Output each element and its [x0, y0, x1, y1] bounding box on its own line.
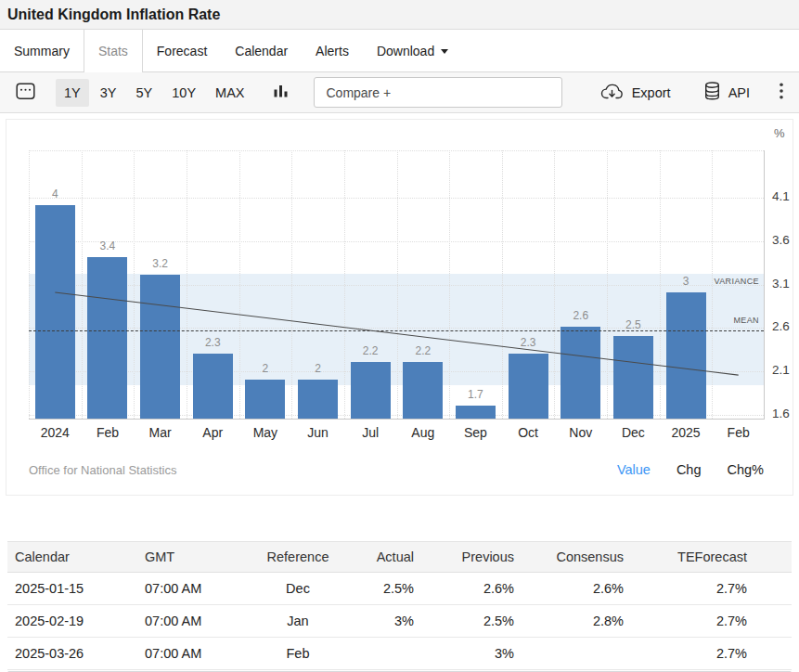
table-cell: 2.5% [349, 573, 423, 605]
page-header: United Kingdom Inflation Rate [0, 0, 799, 30]
table-cell: Jan [247, 605, 349, 638]
x-axis-label: Feb [82, 425, 135, 440]
tab-label: Download [377, 44, 434, 58]
x-axis-label: Mar [134, 425, 187, 440]
column-header-previous: Previous [423, 542, 523, 573]
tab-stats[interactable]: Stats [84, 30, 143, 72]
series-toggle-chgpct[interactable]: Chg% [728, 462, 765, 477]
x-axis-label: 2025 [660, 425, 713, 440]
table-row: 2025-01-1507:00 AMDec2.5%2.6%2.6%2.7% [7, 573, 792, 605]
table-cell: 07:00 AM [135, 638, 247, 670]
table-cell [349, 638, 423, 670]
column-header-actual: Actual [349, 542, 423, 573]
series-toggles: ValueChgChg% [617, 462, 764, 477]
variance-label: VARIANCE [714, 277, 759, 286]
tab-alerts[interactable]: Alerts [302, 30, 363, 71]
chart-footer: Office for National Statistics ValueChgC… [29, 462, 764, 477]
table-cell: 2025-02-19 [7, 605, 135, 638]
x-axis-label: May [239, 425, 292, 440]
table-cell [523, 638, 633, 670]
api-button[interactable]: API [704, 82, 750, 103]
tab-label: Calendar [235, 44, 288, 58]
more-menu-button[interactable] [776, 79, 787, 106]
bar-value-label: 1.7 [447, 388, 503, 401]
y-axis-tick-label: 2.1 [772, 363, 790, 377]
table-cell: 2.6% [523, 573, 633, 605]
calendar-icon [16, 82, 35, 103]
x-axis-label: Jun [291, 425, 344, 440]
bar-value-label: 2.5 [605, 318, 661, 331]
x-axis-label: Oct [502, 425, 555, 440]
chart-plot: % 1.62.12.63.13.64.1VARIANCEMEAN43.43.22… [29, 150, 765, 420]
chart-toolbar: 1Y3Y5Y10YMAX Export [0, 72, 799, 113]
x-axis-label: Apr [187, 425, 239, 440]
bar-value-label: 4 [27, 187, 83, 200]
x-axis-label: Dec [607, 425, 660, 440]
range-1y-button[interactable]: 1Y [56, 79, 89, 107]
chart-type-button[interactable] [270, 79, 291, 107]
tab-forecast[interactable]: Forecast [143, 30, 221, 71]
table-cell: 07:00 AM [135, 605, 247, 638]
column-header-reference: Reference [247, 542, 349, 573]
table-row: 2025-03-2607:00 AMFeb3%2.7% [7, 638, 792, 670]
table-row: 2025-02-1907:00 AMJan3%2.5%2.8%2.7% [7, 605, 792, 638]
x-axis-label: Sep [449, 425, 502, 440]
table-header-row: CalendarGMTReferenceActualPreviousConsen… [7, 542, 792, 573]
series-toggle-chg[interactable]: Chg [677, 462, 702, 477]
column-header-calendar: Calendar [7, 542, 135, 573]
chevron-down-icon [441, 49, 448, 58]
kebab-menu-icon [780, 83, 783, 102]
y-axis-tick-label: 1.6 [772, 407, 790, 420]
date-range-picker-button[interactable] [12, 78, 39, 107]
tab-label: Forecast [157, 44, 207, 58]
tab-label: Summary [14, 44, 70, 58]
y-axis-tick-label: 3.6 [772, 233, 790, 247]
page-title: United Kingdom Inflation Rate [7, 6, 220, 23]
column-header-teforecast: TEForecast [633, 542, 792, 573]
table-cell: 2.7% [633, 573, 792, 605]
column-chart-icon [274, 83, 288, 103]
tab-summary[interactable]: Summary [0, 30, 84, 71]
table-cell: 2025-01-15 [7, 573, 135, 605]
range-10y-button[interactable]: 10Y [163, 79, 204, 107]
x-axis-label: 2024 [29, 425, 82, 440]
export-button[interactable]: Export [600, 84, 671, 102]
tab-download[interactable]: Download [363, 30, 462, 71]
bar-value-label: 3.4 [80, 239, 135, 252]
chart-source: Office for National Statistics [29, 463, 176, 477]
table-cell: 3% [423, 638, 523, 670]
bar-value-label: 2 [238, 362, 293, 375]
table-cell: 07:00 AM [135, 573, 247, 605]
table-cell: 2.6% [423, 573, 523, 605]
table-cell: 2.5% [423, 605, 523, 638]
bar-value-label: 2 [290, 362, 346, 375]
api-label: API [728, 85, 750, 100]
x-axis-label: Feb [712, 425, 765, 440]
x-axis-label: Aug [397, 425, 450, 440]
compare-input[interactable] [314, 77, 562, 108]
table-cell: 3% [349, 605, 423, 638]
table-cell: 2.7% [633, 605, 792, 638]
tab-label: Alerts [316, 44, 349, 58]
calendar-table-section: CalendarGMTReferenceActualPreviousConsen… [7, 541, 792, 670]
bar-value-label: 2.3 [185, 336, 240, 349]
table-cell: Feb [247, 638, 349, 670]
bar-value-label: 3 [658, 275, 714, 288]
series-toggle-value[interactable]: Value [617, 462, 651, 477]
tab-label: Stats [98, 44, 128, 58]
bar-value-label: 2.2 [395, 344, 451, 357]
database-icon [704, 82, 720, 103]
range-buttons: 1Y3Y5Y10YMAX [56, 79, 255, 107]
range-max-button[interactable]: MAX [207, 79, 252, 107]
x-axis-label: Nov [554, 425, 607, 440]
column-header-gmt: GMT [135, 542, 247, 573]
range-3y-button[interactable]: 3Y [92, 79, 125, 107]
table-cell: 2025-03-26 [7, 638, 135, 670]
x-axis-label: Jul [344, 425, 397, 440]
tab-calendar[interactable]: Calendar [221, 30, 302, 71]
cloud-download-icon [600, 84, 624, 102]
chart-card: % 1.62.12.63.13.64.1VARIANCEMEAN43.43.22… [6, 119, 793, 496]
table-body: 2025-01-1507:00 AMDec2.5%2.6%2.6%2.7%202… [7, 573, 792, 670]
bar-value-label: 2.2 [342, 344, 398, 357]
range-5y-button[interactable]: 5Y [128, 79, 161, 107]
